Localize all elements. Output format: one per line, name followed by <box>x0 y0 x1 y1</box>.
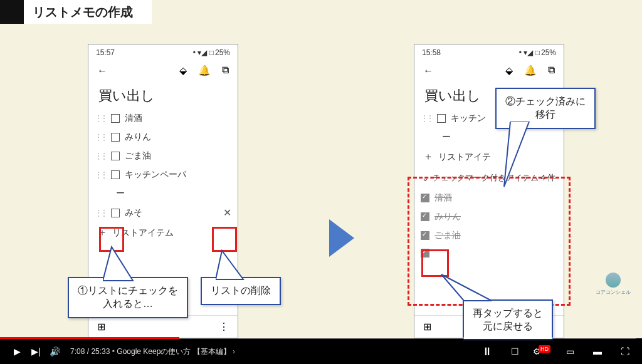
plus-icon: ＋ <box>423 150 433 164</box>
callout-tail <box>216 249 253 287</box>
bottom-toolbar: ⊞ ⋮ <box>88 315 238 338</box>
archive-icon[interactable]: ⧉ <box>548 65 555 76</box>
pin-icon[interactable]: ⬙ <box>179 65 187 76</box>
next-button[interactable]: ▶| <box>26 346 45 356</box>
play-button[interactable]: ▶ <box>8 346 26 356</box>
svg-marker-3 <box>441 274 492 301</box>
checkbox[interactable] <box>111 114 120 123</box>
list-item: ⋮⋮ごま油 <box>88 147 238 165</box>
slide-title: リストメモの作成 <box>33 4 152 21</box>
add-box-icon[interactable]: ⊞ <box>97 321 105 333</box>
checkbox[interactable] <box>111 133 120 142</box>
list-item: ー <box>88 184 238 203</box>
chapter-title[interactable]: Google Keepの使い方 【基本編】 <box>117 347 230 356</box>
add-item-row[interactable]: ＋リストアイテ <box>414 147 564 167</box>
settings-button[interactable]: ⚙HD <box>533 346 552 356</box>
brand-logo: コアコンシェル <box>596 273 631 296</box>
status-bar: 15:58 • ▾◢ □ 25% <box>414 44 564 61</box>
status-icons: • ▾◢ □ 25% <box>519 48 556 57</box>
bell-icon[interactable]: 🔔 <box>198 65 211 76</box>
clock: 15:57 <box>96 48 115 57</box>
miniplayer-button[interactable]: ▭ <box>560 346 579 356</box>
nav-row: ← ⬙ 🔔 ⧉ <box>414 61 564 80</box>
volume-button[interactable]: 🔊 <box>45 346 64 356</box>
status-icons: • ▾◢ □ 25% <box>193 48 230 57</box>
checkbox[interactable] <box>111 152 120 160</box>
list-item-active: ⋮⋮みそ✕ <box>88 203 238 222</box>
list-item: ⋮⋮キッチンペーパ <box>88 165 238 184</box>
fullscreen-button[interactable]: ⛶ <box>616 346 634 356</box>
svg-marker-2 <box>504 122 529 187</box>
captions-button[interactable]: ☐ <box>505 346 524 356</box>
list-item: ⋮⋮清酒 <box>88 109 238 128</box>
slide-header: リストメモの作成 <box>0 0 152 24</box>
highlight-delete <box>212 227 237 252</box>
back-icon[interactable]: ← <box>97 65 107 76</box>
bell-icon[interactable]: 🔔 <box>524 65 537 76</box>
time-display: 7:08 / 25:33 • Google Keepの使い方 【基本編】 › <box>70 346 235 357</box>
pin-icon[interactable]: ⬙ <box>505 65 513 76</box>
checkbox[interactable] <box>111 209 120 217</box>
back-icon[interactable]: ← <box>423 65 433 76</box>
list-item: ⋮⋮みりん <box>88 128 238 147</box>
add-box-icon[interactable]: ⊞ <box>423 321 431 333</box>
list-item: ー <box>414 128 564 147</box>
autoplay-toggle[interactable]: ⏸ <box>478 345 497 358</box>
arrow-icon <box>329 219 354 257</box>
header-square <box>0 0 24 24</box>
callout-tail <box>103 246 140 283</box>
checkbox[interactable] <box>111 170 120 179</box>
callout-tail <box>502 122 539 190</box>
status-bar: 15:57 • ▾◢ □ 25% <box>88 44 238 61</box>
theater-button[interactable]: ▬ <box>588 346 607 356</box>
nav-row: ← ⬙ 🔔 ⧉ <box>88 61 238 80</box>
svg-marker-1 <box>216 251 243 279</box>
svg-marker-0 <box>103 247 133 281</box>
delete-item-icon[interactable]: ✕ <box>223 207 231 219</box>
checkbox[interactable] <box>437 114 446 123</box>
callout-tail <box>439 273 495 311</box>
player-controls: ▶ ▶| 🔊 7:08 / 25:33 • Google Keepの使い方 【基… <box>0 339 642 364</box>
slide-area: リストメモの作成 15:57 • ▾◢ □ 25% ← ⬙ 🔔 ⧉ 買い出し ⋮… <box>0 0 642 338</box>
archive-icon[interactable]: ⧉ <box>222 65 229 76</box>
more-icon[interactable]: ⋮ <box>219 321 229 333</box>
list-title: 買い出し <box>88 80 238 109</box>
clock: 15:58 <box>422 48 441 57</box>
